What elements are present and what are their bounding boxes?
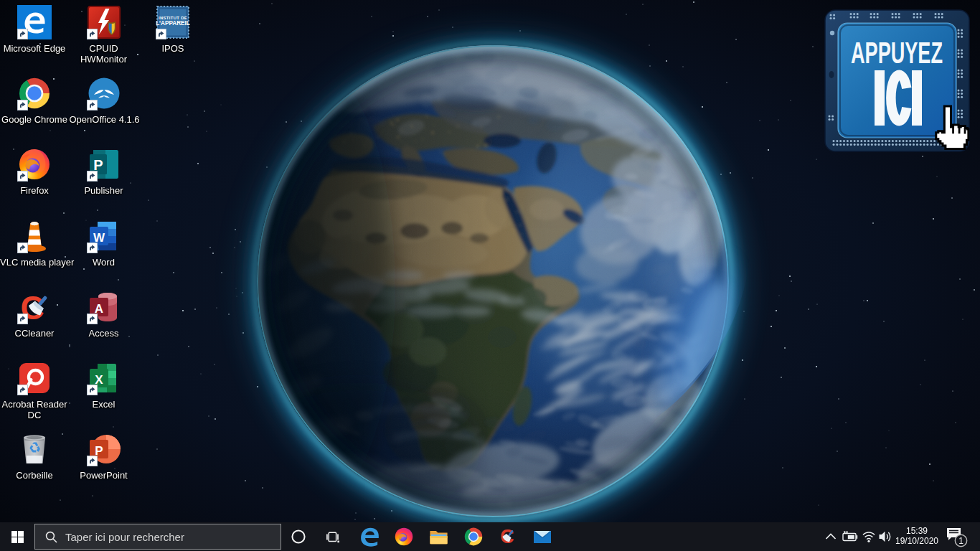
svg-text:1: 1 xyxy=(958,536,963,546)
svg-text:APPUYEZ: APPUYEZ xyxy=(851,36,943,70)
svg-text:L’APPAREIL: L’APPAREIL xyxy=(156,20,190,27)
